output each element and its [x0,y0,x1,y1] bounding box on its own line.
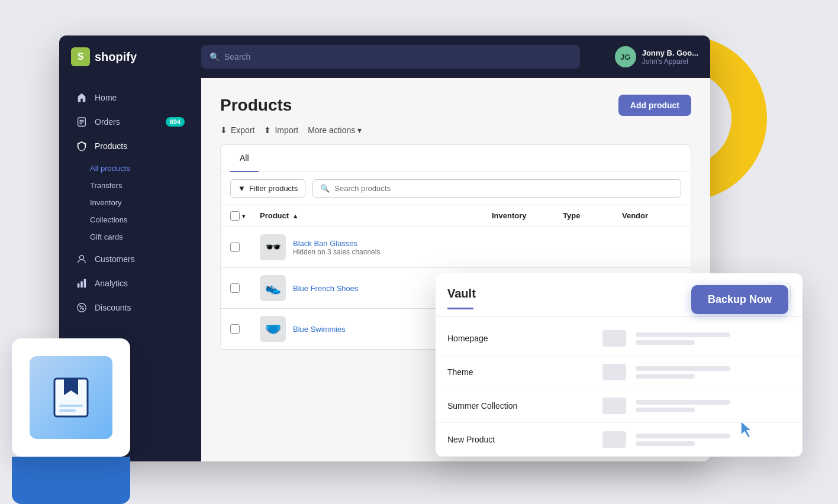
row-1-checkbox-cell [230,243,260,252]
row-2-name[interactable]: Blue French Shoes [293,284,359,293]
tab-bar: All [220,144,691,172]
sub-item-collections[interactable]: Collections [59,211,201,228]
vault-lines-homepage [636,332,791,345]
user-info: JG Jonny B. Goo... John's Apparel [592,46,698,67]
vault-line-2 [636,340,695,345]
book-icon-background [30,356,112,439]
import-icon: ⬆ [264,125,271,135]
toolbar: ⬇ Export ⬆ Import More actions ▾ [220,125,691,135]
row-3-name[interactable]: Blue Swimmies [293,325,346,334]
shopify-logo: S shopify [71,47,189,66]
sidebar-label-orders: Orders [95,117,120,127]
search-placeholder-text: Search [224,52,250,62]
customers-icon [76,253,88,265]
backup-now-button[interactable]: Backup Now [691,285,788,314]
user-text: Jonny B. Goo... John's Apparel [642,49,698,66]
table-header: ▾ Product ▲ Inventory Type Vendor [221,205,691,227]
shopify-wordmark: shopify [95,50,137,64]
sidebar-label-analytics: Analytics [95,279,128,288]
sidebar-item-discounts[interactable]: Discounts [64,296,196,319]
search-icon: 🔍 [210,52,220,62]
page-title: Products [220,96,292,115]
sidebar-item-products[interactable]: Products [64,134,196,158]
vault-line-3 [636,366,730,371]
sidebar-item-analytics[interactable]: Analytics [64,272,196,295]
sort-icon: ▲ [292,212,299,219]
row-1-name[interactable]: Black Ban Glasses [293,239,380,248]
svg-rect-14 [59,405,83,407]
row-1-thumbnail: 🕶️ [260,234,286,260]
global-search-bar[interactable]: 🔍 Search [201,45,580,69]
sub-item-inventory[interactable]: Inventory [59,194,201,211]
vault-row-label-newproduct: New Product [447,435,602,444]
vault-divider [436,316,802,317]
import-button[interactable]: ⬆ Import [264,125,298,135]
sidebar-item-orders[interactable]: Orders 694 [64,110,196,134]
chevron-down-icon: ▾ [357,125,362,135]
shopify-s-icon: S [71,47,90,66]
book-icon-card [12,338,130,457]
analytics-icon [76,277,88,289]
type-column-header: Type [563,211,622,221]
sub-item-gift-cards[interactable]: Gift cards [59,228,201,245]
vault-title-underline [447,308,473,309]
row-3-thumbnail: 🩲 [260,316,286,342]
svg-rect-6 [80,281,83,287]
search-icon-small: 🔍 [320,184,330,193]
row-3-checkbox[interactable] [230,324,240,334]
row-1-info: Black Ban Glasses Hidden on 3 sales chan… [293,239,380,256]
discounts-icon [76,302,88,314]
vault-row-label-summer: Summer Collection [447,401,602,411]
cursor-arrow [739,420,755,441]
vault-line-5 [636,400,730,405]
page-header: Products Add product [220,95,691,116]
vault-thumbnail-theme [602,364,626,380]
vault-thumbnail-homepage [602,330,626,347]
export-icon: ⬇ [220,125,227,135]
home-icon [76,92,88,104]
row-2-checkbox[interactable] [230,283,240,293]
inventory-column-header: Inventory [492,211,563,221]
filter-icon: ▼ [238,184,246,193]
row-3-checkbox-cell [230,324,260,334]
sub-item-all-products[interactable]: All products [59,160,201,177]
vault-lines-newproduct [636,434,791,446]
row-2-info: Blue French Shoes [293,284,359,293]
filter-products-button[interactable]: ▼ Filter products [230,179,305,198]
svg-point-10 [80,306,81,307]
more-actions-button[interactable]: More actions ▾ [308,125,362,135]
add-product-button[interactable]: Add product [618,95,691,116]
sidebar-label-home: Home [95,93,117,102]
search-products-input[interactable]: 🔍 Search products [312,179,681,198]
vault-thumbnail-newproduct [602,431,626,448]
chevron-down-icon-small: ▾ [242,213,245,219]
sidebar-item-customers[interactable]: Customers [64,247,196,271]
select-all-checkbox[interactable] [230,211,240,221]
sidebar-item-home[interactable]: Home [64,86,196,109]
products-submenu: All products Transfers Inventory Collect… [59,159,201,247]
filter-row: ▼ Filter products 🔍 Search products [221,172,691,205]
vault-line-4 [636,374,695,379]
row-1-product-cell: 🕶️ Black Ban Glasses Hidden on 3 sales c… [260,234,492,260]
vault-row-label-homepage: Homepage [447,334,602,343]
vault-line-6 [636,408,695,412]
products-icon [76,140,88,152]
svg-rect-5 [78,283,80,287]
export-button[interactable]: ⬇ Export [220,125,254,135]
vault-line-1 [636,332,730,337]
sub-item-transfers[interactable]: Transfers [59,177,201,194]
sidebar-label-discounts: Discounts [95,303,131,312]
user-store: John's Apparel [642,57,698,66]
tab-all[interactable]: All [230,145,259,172]
vault-thumbnail-summer [602,398,626,414]
row-3-info: Blue Swimmies [293,325,346,334]
select-all-cell: ▾ [230,211,260,221]
table-row: 🕶️ Black Ban Glasses Hidden on 3 sales c… [221,227,691,268]
vault-row-theme: Theme [436,356,802,389]
vault-row-label-theme: Theme [447,367,602,377]
row-1-sub: Hidden on 3 sales channels [293,248,380,256]
row-1-checkbox[interactable] [230,243,240,252]
svg-rect-15 [59,409,76,412]
vault-line-8 [636,441,695,446]
avatar: JG [615,46,636,67]
